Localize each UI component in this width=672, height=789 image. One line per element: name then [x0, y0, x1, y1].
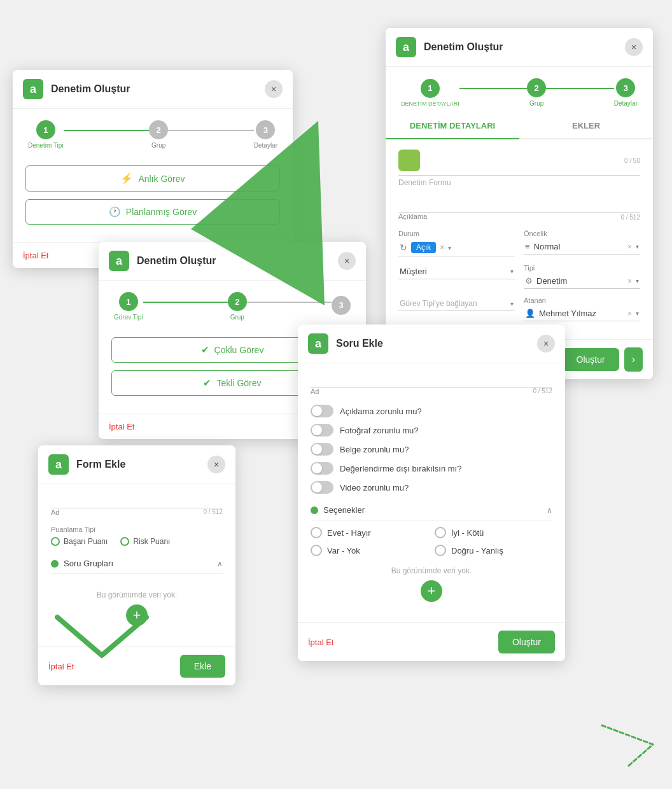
step-circle-2-1: 1 — [119, 292, 138, 311]
aciklama-label: Açıklama — [398, 213, 427, 220]
notset-field: Görev Tipi'ye bağlayan ▾ — [398, 297, 515, 321]
step-2-2: 2 Grup — [228, 292, 247, 321]
stepper-1: 1 Denetim Tipi 2 Grup 3 Detaylar — [13, 109, 293, 155]
denetim-formu-input[interactable] — [426, 151, 618, 169]
modal-close-2[interactable]: × — [338, 252, 356, 270]
modal-close-1[interactable]: × — [265, 80, 283, 98]
notset-select[interactable]: Görev Tipi'ye bağlayan ▾ — [398, 297, 515, 311]
cancel-btn-4[interactable]: İptal Et — [48, 662, 74, 671]
option-dogru-yanlis[interactable]: Doğru - Yanlış — [435, 545, 552, 556]
tipi-select[interactable]: ⚙ Denetim × ▾ — [524, 274, 640, 289]
btn-anlik-gorev[interactable]: ⚡ Anlık Görev — [25, 165, 280, 192]
checkmark-single-icon: ✔ — [203, 377, 211, 389]
step-1-2: 2 Grup — [149, 120, 168, 149]
section-title-5: Seçenekler — [323, 505, 542, 515]
option-var-yok[interactable]: Var - Yok — [311, 545, 428, 556]
atanan-value: Mehmet Yılmaz — [539, 309, 624, 318]
tipi-clear[interactable]: × — [627, 277, 632, 286]
modal-close-4[interactable]: × — [207, 456, 225, 473]
toggle-row-2: Fotoğraf zorunlu mu? — [311, 424, 552, 436]
form4-scoring-label: Puanlama Tipi — [51, 526, 223, 533]
modal-title-4: Form Ekle — [76, 459, 207, 470]
form5-char-count: 0 / 512 — [533, 388, 552, 397]
section-dot-5 — [311, 506, 318, 514]
cancel-btn-5[interactable]: İptal Et — [308, 638, 333, 647]
step-1-3: 3 Detaylar — [254, 120, 277, 149]
form5-empty: Bu görünümde veri yok. + — [311, 556, 552, 612]
form4-name-field: Ad 0 / 512 — [51, 494, 223, 518]
aciklama-field[interactable] — [398, 193, 640, 213]
modal-body-5: Ad 0 / 512 Açıklama zorunlu mu? Fotoğraf… — [298, 363, 565, 622]
create-btn-5[interactable]: Oluştur — [498, 631, 555, 653]
checkmark-multi-icon: ✔ — [201, 344, 209, 356]
durum-label: Durum — [398, 230, 515, 237]
oncelik-field: Öncelik ≡ Normal × ▾ — [524, 230, 640, 256]
form4-name-label: Ad — [51, 508, 59, 516]
tab-denetim-detaylari[interactable]: DENETİM DETAYLARI — [386, 113, 519, 139]
step-label-1-3: Detaylar — [254, 142, 277, 149]
toggle-label-1: Açıklama zorunlu mu? — [340, 407, 422, 416]
atanan-select[interactable]: 👤 Mehmet Yılmaz × ▾ — [524, 306, 640, 321]
modal-tabs-3: DENETİM DETAYLARI EKLER — [386, 113, 653, 139]
stepper-2: 1 Görev Tipi 2 Grup 3 — [99, 281, 366, 327]
modal-body-4: Ad 0 / 512 Puanlama Tipi Başarı Puanı Ri… — [38, 484, 235, 646]
step-circle-3-2: 2 — [527, 78, 546, 97]
toggle-3[interactable] — [311, 443, 333, 456]
form4-radio2[interactable]: Risk Puanı — [120, 537, 170, 546]
atanan-clear[interactable]: × — [627, 309, 632, 318]
toggle-row-3: Belge zorunlu mu? — [311, 443, 552, 456]
tipi-arrow: ▾ — [636, 277, 639, 284]
toggle-5[interactable] — [311, 481, 333, 494]
toggle-1[interactable] — [311, 405, 333, 417]
form4-add-btn[interactable]: + — [126, 604, 148, 626]
oncelik-clear[interactable]: × — [627, 242, 632, 251]
option-evet-hayir[interactable]: Evet - Hayır — [311, 527, 428, 538]
tipi-value: Denetim — [536, 276, 624, 286]
option-circle-2 — [435, 527, 446, 538]
oncelik-select[interactable]: ≡ Normal × ▾ — [524, 239, 640, 255]
durum-select[interactable]: ↻ Açık × ▾ — [398, 239, 515, 256]
person-icon: 👤 — [525, 309, 535, 318]
form-placeholder-label: Denetim Formu — [398, 178, 640, 187]
lightning-icon: ⚡ — [120, 172, 133, 185]
btn-planlanmis-gorev[interactable]: 🕐 Planlanmış Görev — [25, 199, 280, 225]
toggle-2[interactable] — [311, 424, 333, 436]
form5-empty-text: Bu görünümde veri yok. — [311, 566, 552, 575]
form5-add-btn[interactable]: + — [421, 580, 442, 602]
modal-header-5: a Soru Ekle × — [298, 325, 565, 363]
option-iyi-kotu[interactable]: İyi - Kötü — [435, 527, 552, 538]
radio-circle-2 — [120, 537, 129, 546]
modal-soru-ekle: a Soru Ekle × Ad 0 / 512 Açıklama zorunl… — [298, 325, 565, 661]
durum-clear[interactable]: × — [440, 243, 444, 252]
modal-body-3: 0 / 50 Denetim Formu Açıklama 0 / 512 Du… — [386, 139, 653, 339]
section-dot-4 — [51, 560, 59, 568]
form5-name-input[interactable] — [311, 374, 552, 388]
tipi-label: Tipi — [524, 264, 640, 272]
modal-title-3: Denetim Oluştur — [424, 41, 625, 53]
option-circle-3 — [311, 545, 322, 556]
radio-circle-1 — [51, 537, 60, 546]
next-arrow-btn-3[interactable]: › — [624, 347, 643, 372]
toggle-4[interactable] — [311, 462, 333, 475]
step-circle-2-2: 2 — [228, 292, 247, 311]
form4-radio1[interactable]: Başarı Puanı — [51, 537, 108, 546]
priority-icon: ≡ — [525, 242, 530, 251]
form4-name-input[interactable] — [51, 494, 223, 508]
stepper-3: 1 DENETİM DETAYLARI 2 Grup 3 Detaylar — [386, 67, 653, 113]
form4-empty: Bu görünümde veri yok. + — [51, 580, 223, 636]
step-label-2-2: Grup — [230, 314, 244, 321]
dashed-triangle-svg — [596, 719, 659, 770]
modal-title-1: Denetim Oluştur — [51, 83, 265, 95]
modal-close-3[interactable]: × — [625, 38, 643, 56]
add-btn-4[interactable]: Ekle — [180, 655, 225, 678]
step-circle-2-3: 3 — [332, 296, 351, 315]
cancel-btn-1[interactable]: İptal Et — [23, 251, 48, 260]
create-btn-3[interactable]: Oluştur — [563, 348, 619, 371]
modal-close-5[interactable]: × — [537, 335, 555, 353]
step-line-3-1 — [459, 88, 528, 89]
toggle-row-4: Değerlendirme dışı bırakılsın mı? — [311, 462, 552, 475]
cancel-btn-2[interactable]: İptal Et — [109, 422, 134, 431]
musteri-select[interactable]: Müşteri ▾ — [398, 264, 515, 279]
atanan-arrow: ▾ — [636, 310, 639, 317]
tab-ekler[interactable]: EKLER — [519, 113, 653, 139]
